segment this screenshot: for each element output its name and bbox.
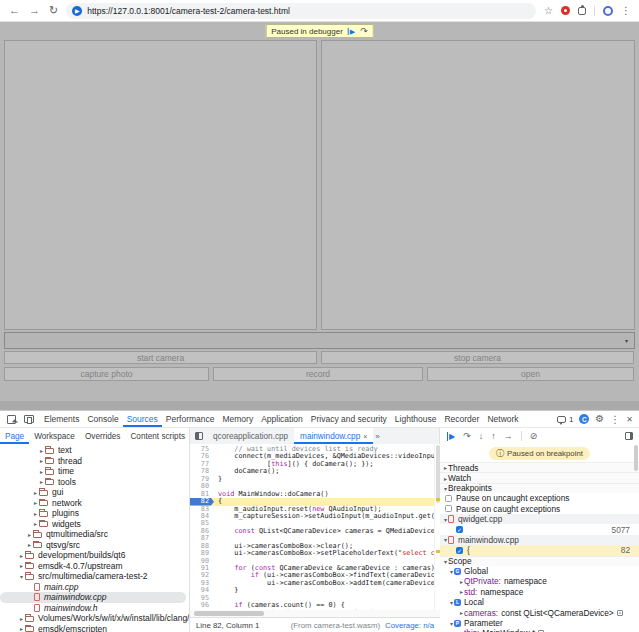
- tree-folder-item[interactable]: ▾src/multimedia/camera-test-2: [0, 571, 189, 582]
- browser-menu-icon[interactable]: ⋮: [621, 5, 631, 16]
- open-button[interactable]: open: [427, 367, 634, 381]
- tree-folder-item[interactable]: ▸time: [0, 466, 189, 477]
- tab-network[interactable]: Network: [483, 411, 522, 427]
- exception-checkbox-row[interactable]: Pause on caught exceptions: [440, 504, 639, 514]
- chevron-right-icon[interactable]: ▸: [18, 562, 25, 569]
- chevron-down-icon[interactable]: ▾: [446, 568, 454, 575]
- tree-folder-item[interactable]: ▸widgets: [0, 519, 189, 530]
- forward-icon[interactable]: →: [29, 5, 40, 16]
- devtools-close-icon[interactable]: ✕: [626, 415, 633, 424]
- chevron-down-icon[interactable]: ▾: [446, 599, 454, 606]
- devtools-menu-icon[interactable]: ⋮: [610, 414, 620, 425]
- checkbox-unchecked[interactable]: [445, 495, 452, 502]
- scope-variable-row[interactable]: ▸QtPrivate:namespace: [440, 576, 639, 586]
- resume-script-icon[interactable]: ▶: [447, 432, 455, 441]
- checkbox-checked[interactable]: ✓: [456, 526, 463, 533]
- tab-elements[interactable]: Elements: [40, 411, 83, 427]
- sidebar-section-scope[interactable]: ▾Scope: [440, 556, 639, 566]
- chevron-right-icon[interactable]: ▸: [18, 625, 25, 632]
- tab-lighthouse[interactable]: Lighthouse: [391, 411, 441, 427]
- chevron-right-icon[interactable]: ▸: [32, 499, 39, 506]
- chevron-down-icon[interactable]: ▾: [18, 573, 25, 580]
- step-into-icon[interactable]: ↓: [479, 432, 484, 441]
- tab-console[interactable]: Console: [83, 411, 122, 427]
- chevron-right-icon[interactable]: ▸: [32, 520, 39, 527]
- chevron-right-icon[interactable]: ▸: [38, 457, 45, 464]
- chevron-right-icon[interactable]: ▸: [38, 447, 45, 454]
- coverage-link[interactable]: Coverage: n/a: [385, 621, 434, 630]
- code-line[interactable]: 78 doCamera();: [190, 468, 440, 475]
- tree-folder-item[interactable]: ▸qtsvg/src: [0, 540, 189, 551]
- extensions-puzzle-icon[interactable]: [578, 7, 586, 15]
- chevron-down-icon[interactable]: ▾: [440, 558, 448, 565]
- scope-category-local[interactable]: ▾LLocal: [440, 597, 639, 607]
- scope-variable-row[interactable]: ▸std:namespace: [440, 587, 639, 597]
- checkbox-unchecked[interactable]: [445, 505, 452, 512]
- profile-avatar[interactable]: [603, 6, 613, 16]
- reload-icon[interactable]: ↻: [49, 5, 58, 16]
- chevron-down-icon[interactable]: ▾: [440, 536, 448, 543]
- chevron-right-icon[interactable]: ▸: [440, 475, 448, 482]
- code-line[interactable]: 89 ui->camerasComboBox->setPlaceholderTe…: [190, 550, 440, 557]
- chevron-right-icon[interactable]: ▸: [18, 615, 25, 622]
- debugger-sidebar-toggle-icon[interactable]: [625, 432, 633, 440]
- line-number[interactable]: 81: [190, 491, 214, 498]
- chevron-right-icon[interactable]: ▸: [456, 578, 464, 585]
- code-line[interactable]: 81void MainWindow::doCamera(): [190, 491, 440, 498]
- editor-tab-qcoreapplication.cpp[interactable]: qcoreapplication.cpp: [207, 428, 294, 444]
- scope-variable-row[interactable]: ▸this:MainWindow *: [440, 628, 639, 632]
- breakpoint-file-group[interactable]: ▾mainwindow.cpp: [440, 535, 639, 545]
- issues-icon[interactable]: [557, 416, 566, 423]
- tab-close-icon[interactable]: ×: [363, 433, 367, 440]
- sidebar-tab-overrides[interactable]: Overrides: [80, 428, 126, 444]
- chevron-right-icon[interactable]: ▸: [32, 510, 39, 517]
- sidebar-section-watch[interactable]: ▸Watch: [440, 472, 639, 482]
- sidebar-tab-content-scripts[interactable]: Content scripts: [125, 428, 190, 444]
- scope-category-parameter[interactable]: ▾PParameter: [440, 618, 639, 628]
- tree-file-item[interactable]: mainwindow.cpp: [0, 592, 186, 603]
- breakpoint-file-group[interactable]: ▾qwidget.cpp: [440, 514, 639, 524]
- chevron-right-icon[interactable]: ▸: [38, 478, 45, 485]
- inspect-element-icon[interactable]: [7, 415, 16, 424]
- chevron-down-icon[interactable]: ▾: [440, 485, 448, 492]
- chevron-right-icon[interactable]: ▸: [32, 489, 39, 496]
- banner-resume-icon[interactable]: ▶: [348, 28, 355, 35]
- more-editor-tabs-icon[interactable]: »: [373, 432, 381, 441]
- editor-tab-mainwindow.cpp[interactable]: mainwindow.cpp×: [294, 428, 373, 444]
- tree-file-item[interactable]: mainwindow.h: [0, 603, 189, 614]
- sidebar-tab-page[interactable]: Page: [0, 428, 29, 444]
- extension-icon[interactable]: [561, 6, 570, 15]
- tree-folder-item[interactable]: ▸gui: [0, 487, 189, 498]
- tree-file-item[interactable]: main.cpp: [0, 582, 189, 593]
- cpp-devtools-extension-icon[interactable]: C: [579, 414, 589, 424]
- url-text[interactable]: https://127.0.0.1:8001/camera-test-2/cam…: [87, 6, 290, 16]
- sidebar-tab-workspace[interactable]: Workspace: [29, 428, 80, 444]
- memory-inspector-icon[interactable]: [617, 610, 623, 616]
- breakpoint-entry[interactable]: ✓{82: [440, 545, 639, 555]
- sidebar-section-breakpoints[interactable]: ▾Breakpoints: [440, 483, 639, 493]
- step-icon[interactable]: →: [504, 432, 513, 441]
- exception-checkbox-row[interactable]: Pause on uncaught exceptions: [440, 493, 639, 503]
- code-editor[interactable]: 75 // wait until devices list is ready76…: [190, 444, 440, 617]
- step-out-icon[interactable]: ↑: [491, 432, 496, 441]
- chevron-right-icon[interactable]: ▸: [26, 541, 33, 548]
- tree-folder-item[interactable]: ▸emsdk-4.0.7/upstream: [0, 561, 189, 572]
- navigator-panel-icon[interactable]: [195, 432, 203, 440]
- tree-folder-item[interactable]: ▸thread: [0, 456, 189, 467]
- line-number[interactable]: 82: [190, 498, 214, 505]
- back-icon[interactable]: ←: [9, 5, 20, 16]
- banner-step-over-icon[interactable]: ↷: [360, 27, 368, 36]
- chevron-right-icon[interactable]: ▸: [456, 609, 464, 616]
- record-button[interactable]: record: [213, 367, 423, 381]
- tab-sources[interactable]: Sources: [123, 411, 162, 427]
- checkbox-checked[interactable]: ✓: [456, 547, 463, 554]
- chevron-right-icon[interactable]: ▸: [440, 464, 448, 471]
- code-line[interactable]: 94 }: [190, 587, 440, 594]
- code-line[interactable]: 86 const QList<QCameraDevice> cameras = …: [190, 528, 440, 535]
- chevron-right-icon[interactable]: ▸: [38, 468, 45, 475]
- settings-gear-icon[interactable]: ⚙: [595, 414, 604, 424]
- tab-performance[interactable]: Performance: [162, 411, 219, 427]
- step-over-icon[interactable]: ↷: [463, 432, 471, 441]
- chevron-down-icon[interactable]: ▾: [446, 620, 454, 627]
- bookmark-star-icon[interactable]: ☆: [544, 5, 553, 16]
